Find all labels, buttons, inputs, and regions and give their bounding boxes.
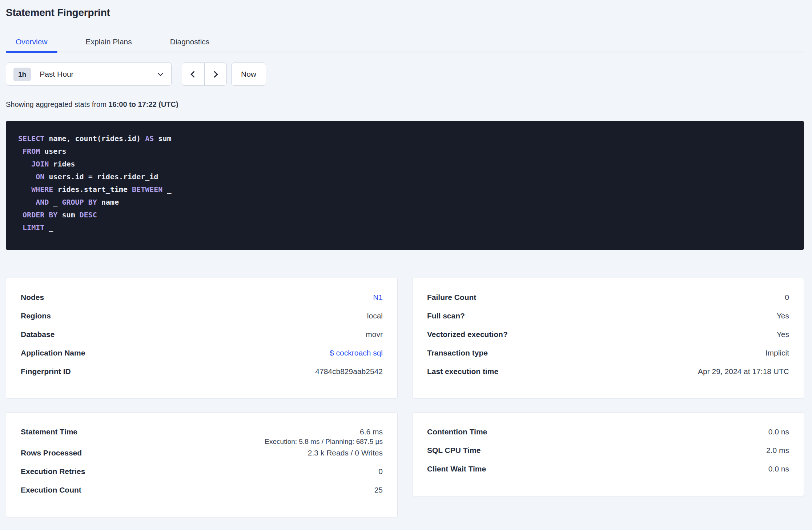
card-row: Last execution timeApr 29, 2024 at 17:18… — [427, 366, 789, 385]
row-value: 25 — [374, 485, 383, 494]
sql-text: users.id = rides.rider_id — [44, 172, 158, 181]
row-value: 0 — [785, 292, 789, 302]
tab-overview[interactable]: Overview — [6, 38, 57, 52]
sql-line: LIMIT _ — [18, 221, 792, 234]
card-row: Databasemovr — [21, 329, 383, 348]
row-label: Database — [21, 329, 55, 339]
time-range-selector[interactable]: 1h Past Hour — [6, 63, 172, 86]
tab-explain-plans[interactable]: Explain Plans — [76, 38, 142, 52]
row-label: Contention Time — [427, 426, 487, 436]
execution-info-card: Failure Count0Full scan?YesVectorized ex… — [412, 278, 804, 399]
caption-prefix: Showing aggregated stats from — [6, 100, 108, 108]
sql-keyword: AND — [36, 198, 49, 206]
info-cards-row: NodesN1RegionslocalDatabasemovrApplicati… — [6, 278, 804, 399]
sql-text: name, count(rides.id) — [44, 134, 145, 143]
sql-text: _ — [162, 185, 171, 194]
tab-bar: OverviewExplain PlansDiagnostics — [6, 38, 804, 52]
sql-keyword: BETWEEN — [132, 185, 162, 194]
time-picker-row: 1h Past Hour Now — [6, 63, 804, 86]
wait-time-card: Contention Time0.0 nsSQL CPU Time2.0 msC… — [412, 412, 804, 496]
sql-line: ON users.id = rides.rider_id — [18, 170, 792, 183]
tab-diagnostics[interactable]: Diagnostics — [160, 38, 220, 52]
row-value: 0 — [378, 466, 383, 476]
sql-keyword: WHERE — [31, 185, 53, 194]
row-value-group: N1 — [373, 292, 383, 302]
sql-statement: SELECT name, count(rides.id) AS sum FROM… — [6, 121, 804, 250]
row-label: Statement Time — [21, 426, 77, 436]
statement-time-card: Statement Time6.6 msExecution: 5.8 ms / … — [6, 412, 398, 517]
row-value: local — [367, 310, 383, 320]
row-value-group: 6.6 msExecution: 5.8 ms / Planning: 687.… — [265, 426, 383, 447]
row-value: 6.6 ms — [265, 426, 383, 436]
row-label: SQL CPU Time — [427, 445, 481, 455]
card-row: SQL CPU Time2.0 ms — [427, 445, 789, 463]
card-row: Regionslocal — [21, 310, 383, 329]
sql-keyword: ORDER BY — [23, 210, 57, 219]
time-range-label: Past Hour — [40, 70, 158, 79]
aggregated-stats-caption: Showing aggregated stats from 16:00 to 1… — [6, 100, 804, 109]
chevron-right-icon — [211, 71, 218, 77]
row-label: Last execution time — [427, 366, 498, 376]
chevron-left-icon — [190, 71, 197, 77]
row-value: Yes — [777, 329, 789, 339]
card-row: Transaction typeImplicit — [427, 348, 789, 366]
sql-text: _ — [44, 223, 53, 232]
row-value: 0.0 ns — [768, 463, 789, 473]
row-value-group: Yes — [777, 310, 789, 320]
previous-time-range-button[interactable] — [182, 63, 204, 86]
row-label: Execution Count — [21, 485, 81, 494]
row-value-group: Yes — [777, 329, 789, 339]
sql-line: FROM users — [18, 145, 792, 158]
row-value-group: Apr 29, 2024 at 17:18 UTC — [698, 366, 789, 376]
statement-info-card: NodesN1RegionslocalDatabasemovrApplicati… — [6, 278, 398, 399]
next-time-range-button[interactable] — [204, 63, 227, 86]
row-label: Transaction type — [427, 348, 488, 357]
card-row: Fingerprint ID4784cb829aab2542 — [21, 366, 383, 385]
row-value-group: movr — [366, 329, 383, 339]
card-row: Execution Retries0 — [21, 466, 383, 485]
row-value: Yes — [777, 310, 789, 320]
row-label: Regions — [21, 310, 51, 320]
row-value-group: 0 — [378, 466, 383, 476]
row-label: Rows Processed — [21, 447, 82, 457]
sql-keyword: GROUP BY — [62, 198, 97, 206]
page-title: Statement Fingerprint — [6, 7, 804, 19]
row-value-link[interactable]: N1 — [373, 292, 383, 302]
sql-text: name — [97, 198, 119, 206]
card-row: Vectorized execution?Yes — [427, 329, 789, 348]
row-label: Nodes — [21, 292, 44, 302]
row-label: Vectorized execution? — [427, 329, 508, 339]
row-label: Fingerprint ID — [21, 366, 71, 376]
card-row: NodesN1 — [21, 292, 383, 310]
sql-line: SELECT name, count(rides.id) AS sum — [18, 132, 792, 145]
row-label: Execution Retries — [21, 466, 85, 476]
sql-text: sum — [154, 134, 171, 143]
time-range-badge: 1h — [13, 68, 31, 81]
row-value-group: 0.0 ns — [768, 426, 789, 436]
sql-keyword: LIMIT — [23, 223, 44, 232]
sql-keyword: FROM — [23, 147, 40, 156]
now-button[interactable]: Now — [231, 63, 266, 86]
sql-keyword: AS — [145, 134, 154, 143]
caption-time-range: 16:00 to 17:22 (UTC) — [108, 100, 178, 108]
row-label: Full scan? — [427, 310, 465, 320]
row-value: 0.0 ns — [768, 426, 789, 436]
sql-keyword: JOIN — [31, 160, 49, 168]
row-value: 2.0 ms — [766, 445, 789, 455]
time-range-arrows — [182, 63, 227, 86]
card-row: Statement Time6.6 msExecution: 5.8 ms / … — [21, 426, 383, 447]
sql-line: JOIN rides — [18, 158, 792, 170]
card-row: Failure Count0 — [427, 292, 789, 310]
sql-text: users — [40, 147, 66, 156]
sql-text: _ — [49, 198, 62, 206]
row-value-group: local — [367, 310, 383, 320]
sql-text — [18, 160, 31, 168]
card-row: Application Name$ cockroach sql — [21, 348, 383, 366]
row-value: movr — [366, 329, 383, 339]
sql-text — [18, 147, 23, 156]
row-value: 2.3 k Reads / 0 Writes — [308, 447, 383, 457]
row-value-link[interactable]: $ cockroach sql — [330, 348, 383, 357]
card-row: Contention Time0.0 ns — [427, 426, 789, 445]
sql-text — [18, 223, 23, 232]
sql-text — [18, 198, 36, 206]
